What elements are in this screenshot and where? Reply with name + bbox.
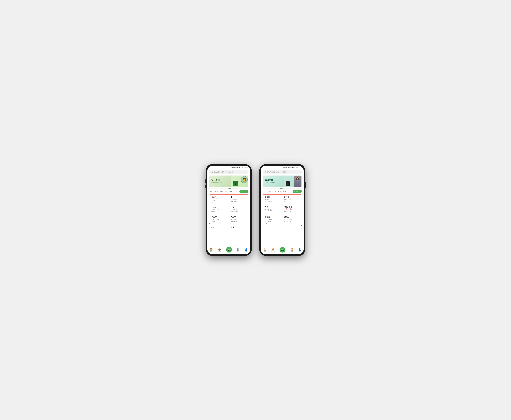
outside-name-1-left: 三寸: [211, 226, 227, 229]
item-px-3-right: px: 259 x 377: [265, 208, 280, 210]
dot-1: [227, 188, 227, 189]
item-mm-1-right: mm: 26 x 32: [265, 201, 280, 202]
dot-2: [228, 188, 229, 189]
tab-exam-right[interactable]: 考试: [277, 189, 282, 193]
grid-item-2-right[interactable]: 社保卡 px: 358 x 441 mm: 26 x 32: [282, 195, 301, 204]
nav-orders-left[interactable]: 📋 订单: [237, 248, 240, 253]
item-mm-3-right: mm: 22 x 32: [265, 210, 280, 212]
grid-item-3-left[interactable]: 大一寸 px: 390 x 567 mm: 33 x 48: [210, 205, 229, 214]
item-px-1-left: px: 295 x 413: [211, 200, 227, 202]
bottom-nav-right: 🏠 首页 📦 工具箱 📷 📋 订单 👤 我的: [261, 247, 304, 254]
time-left: 13:34: [245, 167, 248, 168]
wifi-icon: WiFi: [236, 167, 238, 168]
tab-custom-left[interactable]: 自定义尺寸: [240, 190, 248, 193]
grid-item-2-left[interactable]: 小一寸 px: 260 x 378 mm: 22 x 32: [229, 195, 248, 205]
nav-home-left[interactable]: 🏠 首页: [210, 248, 213, 253]
dots-right: [261, 188, 304, 189]
mine-icon-right: 👤: [298, 248, 301, 251]
phone-hand: 📱: [233, 180, 238, 186]
nav-orders-right[interactable]: 📋 订单: [290, 248, 293, 253]
outside-item-2-left[interactable]: 四寸: [229, 225, 248, 231]
battery-right: 41%: [294, 167, 296, 168]
banner-image-left: 👩 📱: [231, 175, 248, 187]
tab-other-left[interactable]: 其他: [228, 189, 233, 193]
item-px-6-right: px: 295 x 413: [284, 218, 300, 220]
grid-item-5-right[interactable]: 医保证 px: 358 x 441 mm: 30 x 37 一寸: [263, 214, 282, 226]
mine-icon-left: 👤: [245, 248, 248, 251]
nav-tools-right[interactable]: 📦 工具箱: [271, 248, 275, 253]
nav-camera-left[interactable]: 📷: [226, 247, 232, 253]
nav-home-label-right: 首页: [264, 251, 266, 253]
orders-icon-left: 📋: [237, 248, 240, 251]
item-name-5-left: 小二寸: [211, 216, 227, 218]
signal-icon-right: ▋▋: [292, 167, 294, 168]
grid-item-5-left[interactable]: 小二寸 px: 413 x 531 mm: 35 x 45: [210, 214, 229, 224]
grid-item-6-right[interactable]: 健康证 px: 295 x 413 mm: 25 x 35: [282, 214, 301, 226]
item-mm-4-left: mm: 35 x 49: [231, 211, 246, 213]
wifi-icon-right: WiFi: [289, 167, 292, 168]
item-px-4-left: px: 413 x 579: [231, 209, 246, 211]
banner-subtitle-left: 教你拍出最美证件照: [211, 182, 229, 184]
search-bar-right: 🔍 请输入证件照名称、尺寸或像素: [261, 169, 304, 175]
orders-icon-right: 📋: [290, 248, 293, 251]
nav-mine-left[interactable]: 👤 我的: [245, 248, 248, 253]
grid-item-4-right[interactable]: 简历照片 px: 295 x 413 mm: 25 x 35: [282, 204, 301, 214]
tab-hot-right[interactable]: 热门: [263, 189, 267, 193]
item-px-6-left: px: 413 x 625: [231, 218, 246, 220]
item-name-6-right: 健康证: [284, 216, 300, 218]
item-name-2-left: 小一寸: [231, 196, 246, 199]
item-px-2-right: px: 358 x 441: [284, 199, 300, 201]
dot-3-active: [229, 188, 231, 189]
banner-right[interactable]: 智能美颜 一键换正装全新上线 👩 📱: [263, 175, 302, 187]
nav-camera-right[interactable]: 📷: [280, 247, 285, 253]
item-name-1-left: 一寸: [211, 196, 227, 200]
tools-icon-right: 📦: [271, 248, 274, 251]
nav-tools-label-right: 工具箱: [271, 251, 275, 253]
item-mm-1-left: mm: 25 x 35: [211, 202, 227, 203]
tab-other-right[interactable]: 其他: [282, 189, 287, 193]
grid-item-3-right[interactable]: 驾照 px: 259 x 377 mm: 22 x 32: [263, 204, 282, 214]
dots-left: [207, 188, 250, 189]
nav-orders-label-left: 订单: [237, 251, 240, 253]
grid-item-1-left[interactable]: 一寸 px: 295 x 413 mm: 25 x 35: [210, 195, 229, 205]
search-bar-left: 🔍 请输入证件照名称、尺寸或像素: [207, 169, 250, 175]
tab-regular-left[interactable]: 常规: [214, 189, 219, 193]
item-name-5-right: 医保证: [265, 216, 280, 218]
banner-left[interactable]: 拍照教程 教你拍出最美证件照 👩 📱: [209, 175, 248, 187]
signal-icon: ▋▋: [239, 167, 240, 168]
banner-image-right: 👩 📱: [284, 175, 302, 187]
item-mm-5-left: mm: 35 x 45: [211, 220, 227, 222]
search-input-right[interactable]: 🔍 请输入证件照名称、尺寸或像素: [263, 170, 302, 174]
nav-mine-right[interactable]: 👤 我的: [298, 248, 301, 253]
battery-left: 41%: [241, 167, 243, 168]
item-mm-6-right: mm: 25 x 35: [284, 220, 300, 222]
outside-grid-left: 三寸 四寸: [209, 225, 248, 231]
grid-item-1-right[interactable]: 居住证 px: 307 x 377 mm: 26 x 32: [263, 195, 282, 204]
item-mm-4-right: mm: 25 x 35: [284, 211, 300, 213]
tab-exam-left[interactable]: 考试: [224, 189, 228, 193]
grid-left: 一寸 px: 295 x 413 mm: 25 x 35 小一寸 px: 260…: [210, 195, 248, 224]
banner-title-right: 智能美颜: [265, 179, 282, 182]
dot-r1-active: [280, 188, 282, 189]
grid-content-right: 居住证 px: 307 x 377 mm: 26 x 32 社保卡 px: 35…: [261, 194, 304, 247]
dot-r2: [282, 188, 283, 189]
tab-hot-left[interactable]: 热门: [209, 189, 214, 193]
tab-passport-right[interactable]: 护照: [272, 189, 277, 193]
search-input-left[interactable]: 🔍 请输入证件照名称、尺寸或像素: [209, 170, 248, 174]
tab-custom-right[interactable]: 自定义尺寸: [293, 190, 302, 193]
nav-tools-left[interactable]: 📦 工具箱: [218, 248, 221, 253]
item-mm-3-left: mm: 33 x 48: [211, 211, 227, 213]
tools-icon-left: 📦: [218, 248, 221, 251]
outside-item-1-left[interactable]: 三寸: [209, 225, 229, 231]
left-phone: 0K/s 🔇 WiFi ▋▋ 41%🔋 13:34 🔍 请输入证件照名称、尺寸或…: [206, 164, 252, 256]
tab-regular-right[interactable]: 常规: [267, 189, 272, 193]
speed-indicator-right: 0.02K/s: [283, 167, 287, 168]
search-placeholder-right: 请输入证件照名称、尺寸或像素: [267, 171, 286, 173]
grid-item-6-left[interactable]: 大二寸 px: 413 x 625 mm: 35 x 53: [229, 214, 248, 224]
tabs-left: 热门 常规 护照 考试 其他 自定义尺寸: [207, 189, 250, 194]
nav-home-right[interactable]: 🏠 首页: [263, 248, 266, 253]
item-px-1-right: px: 307 x 377: [265, 199, 280, 201]
grid-item-4-left[interactable]: 二寸 px: 413 x 579 mm: 35 x 49: [229, 205, 248, 214]
mute-icon-right: 🔇: [288, 167, 289, 168]
tab-passport-left[interactable]: 护照: [219, 189, 224, 193]
